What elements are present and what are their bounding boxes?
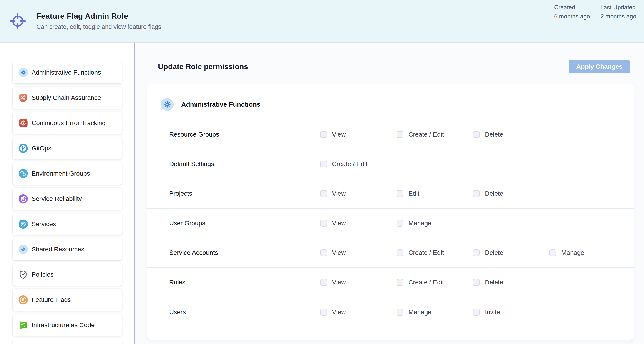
permission-label: Manage [408,220,432,227]
permission-checkbox[interactable] [320,249,327,256]
sidebar-item[interactable]: Supply Chain Assurance [12,87,122,109]
last-updated-label: Last Updated [600,3,636,12]
permission-label: View [332,249,346,256]
permission-checkbox[interactable] [320,161,327,167]
permission-row: User Groups View Ma [147,209,634,238]
sidebar-item-partial[interactable] [12,339,122,344]
permission-option[interactable]: Manage [550,249,626,256]
shield-check-icon [18,270,28,280]
sidebar-item-label: Policies [32,271,54,278]
permission-checkbox[interactable] [320,131,327,138]
permissions-table: Resource Groups View [147,120,634,327]
main-panel: Update Role permissions Apply Changes Ad… [134,43,644,344]
sidebar-item[interactable]: Feature Flags [12,289,122,311]
resource-name: Service Accounts [169,249,218,256]
diamonds-icon [18,244,28,254]
page-heading: Update Role permissions [158,62,248,71]
permission-checkbox[interactable] [473,131,480,138]
page-header: Feature Flag Admin Role Can create, edit… [0,0,644,43]
sidebar-item[interactable]: Service Reliability [12,188,122,210]
apply-changes-button[interactable]: Apply Changes [568,60,630,74]
sidebar-item[interactable]: GitOps [12,137,122,159]
permission-row: Resource Groups View [147,120,634,149]
gear-icon [160,98,174,111]
git-branch-icon [18,143,28,153]
permission-option[interactable]: Edit [396,190,473,197]
permission-option[interactable]: View [320,308,396,316]
section-header: Administrative Functions [160,98,634,111]
permission-label: Delete [485,131,503,138]
hexagons-icon [18,169,28,179]
permission-checkbox[interactable] [320,220,327,227]
permission-option[interactable]: Create / Edit [396,279,473,286]
permission-option[interactable]: View [320,249,396,256]
permission-option[interactable]: Delete [473,249,550,256]
permission-checkbox[interactable] [320,190,327,197]
sidebar-item-label: Infrastructure as Code [32,321,94,329]
created-value: 6 months ago [554,12,590,21]
sidebar-item-label: Shared Resources [32,246,84,253]
permission-checkbox[interactable] [396,249,404,256]
gear-icon [18,68,28,78]
sidebar-item[interactable]: Infrastructure as Code [12,314,122,336]
last-updated-value: 2 months ago [600,12,636,21]
sidebar-item[interactable]: Administrative Functions [12,62,122,84]
section-title: Administrative Functions [181,101,260,108]
permission-row: Default Settings Create / Edit [147,149,634,179]
sidebar-item-label: Continuous Error Tracking [32,119,106,127]
permission-row: Projects View Edit [147,179,634,209]
resource-category-sidebar: Administrative Functions Supply Chain As… [0,43,134,344]
sidebar-item[interactable]: Services [12,213,122,235]
iac-banner-icon [18,320,28,330]
permission-option[interactable]: Create / Edit [320,160,396,168]
resource-name: Users [169,308,186,316]
permission-option[interactable]: View [320,131,396,138]
permission-option[interactable]: Manage [396,308,473,316]
sidebar-item-label: Administrative Functions [32,69,101,76]
sidebar-item[interactable]: Environment Groups [12,162,122,185]
permission-checkbox[interactable] [320,309,327,315]
sidebar-item[interactable]: Policies [12,263,122,285]
sidebar-item[interactable]: Continuous Error Tracking [12,112,122,134]
permission-checkbox[interactable] [396,190,404,197]
permission-label: Invite [485,308,500,316]
sidebar-item-label: Services [32,220,56,228]
permission-option[interactable]: Delete [473,190,550,197]
permission-row: Service Accounts View [147,238,634,268]
created-meta: Created 6 months ago [549,3,595,21]
sidebar-item-label: Service Reliability [32,195,82,202]
app-body: Administrative Functions Supply Chain As… [0,43,644,344]
role-title-block: Feature Flag Admin Role Can create, edit… [36,12,161,31]
shield-network-icon [18,93,28,103]
crosshair-icon [9,13,26,30]
permission-checkbox[interactable] [320,279,327,286]
permission-checkbox[interactable] [396,309,404,315]
permission-option[interactable]: Create / Edit [396,249,473,256]
permission-option[interactable]: Manage [396,220,473,227]
sidebar-item[interactable]: Shared Resources [12,238,122,260]
permission-label: View [332,190,346,197]
permission-checkbox[interactable] [396,220,404,227]
permission-checkbox[interactable] [473,249,480,256]
last-updated-meta: Last Updated 2 months ago [595,3,641,21]
permission-checkbox[interactable] [473,190,480,197]
permission-option[interactable]: View [320,220,396,227]
reliability-check-icon [18,194,28,204]
permission-option[interactable]: Create / Edit [396,131,473,138]
permission-checkbox[interactable] [473,279,480,286]
resource-name: Resource Groups [169,131,219,138]
permission-option[interactable]: Delete [473,131,550,138]
permission-option[interactable]: Invite [473,308,550,316]
resource-name: Projects [169,190,192,197]
permission-option[interactable]: View [320,279,396,286]
permission-checkbox[interactable] [473,309,480,315]
permission-option[interactable]: Delete [473,279,550,286]
permission-checkbox[interactable] [396,279,404,286]
permission-option[interactable]: View [320,190,396,197]
permission-checkbox[interactable] [396,131,404,138]
permission-label: Create / Edit [408,279,444,286]
sidebar-item-label: Supply Chain Assurance [32,94,101,102]
sidebar-item-label: Environment Groups [32,170,90,177]
permission-checkbox[interactable] [550,249,556,256]
flag-circle-icon [18,295,28,305]
